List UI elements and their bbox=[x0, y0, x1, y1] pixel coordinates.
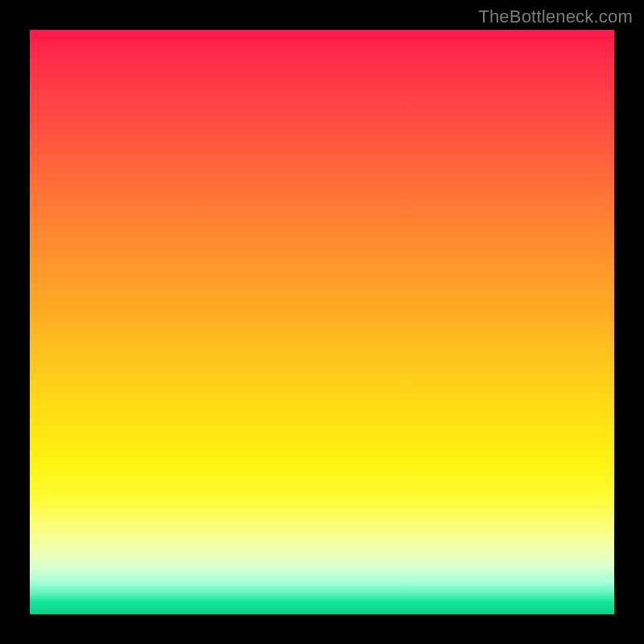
chart-stage: TheBottleneck.com bbox=[0, 0, 644, 644]
watermark-text: TheBottleneck.com bbox=[478, 6, 633, 27]
plot-area bbox=[30, 30, 614, 614]
gradient-background bbox=[30, 30, 614, 614]
